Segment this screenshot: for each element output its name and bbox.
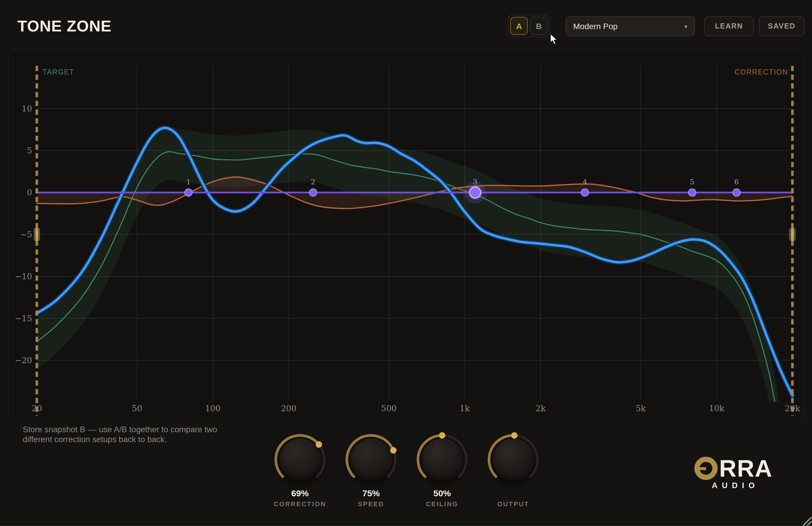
x-axis-tick-label: 10k xyxy=(709,404,725,413)
x-axis-tick-label: 200 xyxy=(281,404,296,413)
x-axis-tick-label: 20k xyxy=(785,404,800,413)
eq-node-number: 5 xyxy=(690,178,694,186)
tone-zone-plugin-window: TONE ZONE A B Modern Pop ▾ LEARN SAVED 1… xyxy=(0,0,812,526)
x-axis-tick-label: 500 xyxy=(381,404,397,413)
x-axis-tick-label: 1k xyxy=(460,404,470,413)
logo-subtitle: AUDIO xyxy=(708,481,759,490)
orra-audio-logo: RRA AUDIO xyxy=(694,457,772,490)
eq-node-number: 2 xyxy=(311,178,315,186)
knob-output: OUTPUT xyxy=(478,430,549,507)
resize-grip[interactable] xyxy=(799,513,812,526)
preset-dropdown[interactable]: Modern Pop ▾ xyxy=(566,16,695,36)
y-axis-tick-label: 5 xyxy=(27,146,32,156)
target-label: TARGET xyxy=(43,68,74,76)
knob-speed: 75%SPEED xyxy=(335,430,407,507)
knob-correction: 69%CORRECTION xyxy=(264,430,335,507)
y-axis-tick-label: −5 xyxy=(20,230,32,239)
correction-label: CORRECTION xyxy=(735,68,788,76)
preset-value: Modern Pop xyxy=(573,21,618,31)
knob-label: SPEED xyxy=(358,500,385,507)
chevron-down-icon: ▾ xyxy=(684,23,687,29)
knob-label: OUTPUT xyxy=(497,500,529,507)
x-axis-tick-label: 100 xyxy=(205,404,220,413)
y-axis-tick-label: −10 xyxy=(15,272,32,281)
knob-row: 69%CORRECTION75%SPEED50%CEILINGOUTPUT xyxy=(264,430,549,507)
eq-node-number: 4 xyxy=(583,178,587,186)
knob-indicator-dot xyxy=(316,441,322,448)
x-axis-tick-label: 5k xyxy=(636,404,646,413)
learn-button[interactable]: LEARN xyxy=(704,16,754,36)
eq-node-number: 6 xyxy=(734,178,739,186)
ab-toggle-group: A B xyxy=(508,15,550,37)
knob-label: CEILING xyxy=(426,500,459,507)
saved-button[interactable]: SAVED xyxy=(759,16,804,36)
knob-value: 50% xyxy=(433,488,451,499)
knob-value: 75% xyxy=(362,488,380,499)
response-graph: 1234561050−5−10−15−2020501002005001k2k5k… xyxy=(9,50,804,420)
tooltip-text: Store snapshot B –– use A/B together to … xyxy=(23,425,273,444)
y-axis-tick-label: 0 xyxy=(27,188,32,198)
speed-knob-arc xyxy=(342,430,400,489)
knob-value: 69% xyxy=(291,488,309,499)
knob-label: CORRECTION xyxy=(274,500,326,507)
logo-word: RRA xyxy=(719,457,773,480)
snapshot-b-button[interactable]: B xyxy=(530,17,548,35)
eq-node-number: 3 xyxy=(473,178,477,186)
y-axis-tick-label: 10 xyxy=(21,104,32,114)
y-axis-tick-label: −20 xyxy=(15,356,32,365)
x-axis-tick-label: 50 xyxy=(132,404,142,413)
y-axis-tick-label: −15 xyxy=(15,314,32,323)
snapshot-a-button[interactable]: A xyxy=(510,17,528,35)
range-handle-left-core[interactable] xyxy=(35,228,38,241)
eq-node-6[interactable]: 6 xyxy=(733,178,740,196)
page-title: TONE ZONE xyxy=(17,17,112,35)
target-band xyxy=(37,127,784,420)
knob-indicator-dot xyxy=(511,432,518,439)
correction-knob-arc xyxy=(271,430,329,489)
x-axis-tick-label: 2k xyxy=(536,404,546,413)
knob-ceiling: 50%CEILING xyxy=(407,430,478,507)
eq-node-5[interactable]: 5 xyxy=(688,178,696,196)
output-knob-arc xyxy=(484,430,542,489)
x-axis-tick-label: 20 xyxy=(32,404,42,413)
knob-indicator-dot xyxy=(439,432,445,439)
orra-ring-icon xyxy=(694,457,717,480)
mouse-cursor xyxy=(550,33,559,45)
analyzer-panel: 1234561050−5−10−15−2020501002005001k2k5k… xyxy=(8,49,804,420)
range-handle-right-core[interactable] xyxy=(791,228,794,241)
knob-indicator-dot xyxy=(390,447,397,453)
eq-node-number: 1 xyxy=(186,178,190,186)
ceiling-knob-arc xyxy=(413,430,471,489)
